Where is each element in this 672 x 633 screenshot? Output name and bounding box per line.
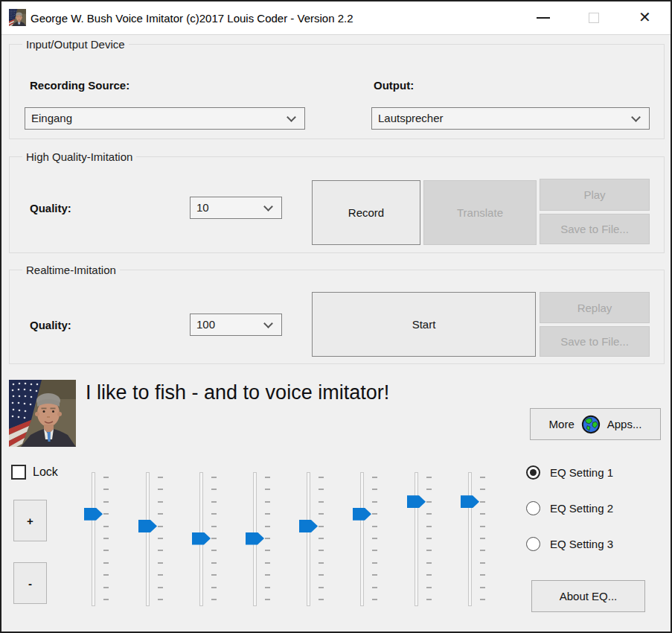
slider-tick	[211, 513, 217, 515]
slider-tick	[426, 599, 432, 600]
slider-tick	[319, 562, 324, 564]
translate-button: Translate	[423, 180, 537, 245]
eq-slider-6[interactable]	[352, 468, 386, 611]
recording-source-select[interactable]: Eingang	[25, 107, 305, 130]
slider-tick	[211, 550, 217, 551]
eq-slider-3[interactable]	[191, 468, 225, 611]
slider-tick	[103, 538, 109, 539]
eq-slider-7[interactable]	[406, 468, 441, 611]
slider-tick	[372, 513, 377, 515]
more-apps-label-after: Apps...	[607, 418, 642, 430]
slider-track[interactable]	[92, 472, 95, 606]
quality-select-hq[interactable]: 10	[190, 197, 282, 219]
slider-tick	[158, 550, 163, 551]
eq-slider-4[interactable]	[245, 468, 279, 611]
slider-tick	[372, 538, 377, 539]
slider-tick	[265, 501, 270, 503]
slider-tick	[211, 574, 217, 576]
eq-setting-radio-2[interactable]: EQ Setting 2	[526, 501, 613, 515]
record-button[interactable]: Record	[312, 180, 420, 245]
maximize-icon	[589, 13, 599, 23]
more-apps-button[interactable]: More Apps...	[530, 408, 661, 440]
slider-tick	[211, 599, 217, 600]
radio-selected-icon[interactable]	[526, 465, 540, 480]
quote-text: I like to fish - and to voice imitator!	[86, 381, 389, 404]
chevron-down-icon	[263, 319, 273, 328]
slider-tick	[265, 489, 270, 490]
slider-tick	[480, 599, 485, 600]
slider-tick	[480, 574, 485, 576]
lock-checkbox[interactable]	[11, 465, 26, 480]
slider-tick	[480, 538, 485, 539]
slider-tick	[158, 513, 163, 515]
chevron-down-icon	[263, 202, 273, 211]
slider-tick	[103, 513, 109, 515]
slider-track[interactable]	[468, 472, 472, 606]
radio-icon[interactable]	[526, 501, 540, 515]
eq-slider-1[interactable]	[83, 468, 118, 611]
slider-tick	[319, 550, 324, 551]
slider-tick	[372, 526, 377, 527]
slider-thumb[interactable]	[246, 532, 264, 545]
eq-slider-5[interactable]	[298, 468, 333, 611]
slider-tick	[372, 574, 377, 576]
slider-tick	[319, 587, 324, 588]
slider-tick	[103, 574, 109, 576]
slider-tick	[319, 501, 324, 503]
lock-checkbox-row[interactable]: Lock	[11, 465, 58, 480]
quality-value-rt: 100	[196, 318, 215, 331]
save-to-file-button-rt: Save to File...	[540, 326, 650, 357]
slider-thumb[interactable]	[353, 508, 371, 521]
slider-thumb[interactable]	[192, 532, 211, 545]
slider-tick	[480, 550, 485, 551]
minimize-icon	[537, 17, 550, 19]
slider-tick	[480, 562, 485, 564]
plus-button[interactable]: +	[13, 500, 47, 541]
about-eq-button[interactable]: About EQ...	[531, 580, 645, 612]
title-bar[interactable]: George W. Bush Voice Imitator (c)2017 Lo…	[1, 1, 671, 35]
eq-setting-radio-3[interactable]: EQ Setting 3	[526, 537, 613, 551]
output-select[interactable]: Lautsprecher	[371, 107, 650, 130]
slider-thumb[interactable]	[407, 495, 426, 508]
eq-slider-2[interactable]	[138, 468, 172, 611]
slider-tick	[211, 587, 217, 588]
eq-setting-label: EQ Setting 2	[550, 502, 613, 515]
slider-tick	[426, 489, 432, 490]
output-label: Output:	[374, 79, 414, 92]
eq-setting-radio-1[interactable]: EQ Setting 1	[526, 465, 613, 480]
slider-thumb[interactable]	[299, 520, 318, 532]
bush-photo	[9, 380, 76, 447]
minus-button[interactable]: -	[13, 562, 47, 604]
eq-slider-8[interactable]	[460, 468, 494, 611]
slider-tick	[265, 526, 270, 527]
slider-tick	[372, 587, 377, 588]
slider-thumb[interactable]	[138, 520, 157, 532]
quality-label-hq: Quality:	[30, 202, 71, 214]
slider-tick	[426, 513, 432, 515]
slider-thumb[interactable]	[84, 508, 103, 521]
quality-select-rt[interactable]: 100	[190, 314, 282, 336]
slider-track[interactable]	[360, 472, 364, 606]
slider-tick	[372, 550, 377, 551]
slider-tick	[480, 501, 485, 503]
slider-tick	[319, 513, 324, 515]
slider-tick	[103, 562, 109, 564]
radio-icon[interactable]	[526, 537, 540, 551]
slider-thumb[interactable]	[461, 495, 479, 508]
slider-tick	[103, 526, 109, 527]
slider-track[interactable]	[415, 472, 418, 606]
slider-tick	[103, 587, 109, 588]
slider-track[interactable]	[307, 472, 310, 606]
window-title: George W. Bush Voice Imitator (c)2017 Lo…	[31, 1, 353, 35]
start-button[interactable]: Start	[312, 292, 536, 357]
bush-app-icon	[9, 9, 26, 26]
slider-tick	[265, 587, 270, 588]
eq-setting-radios: EQ Setting 1EQ Setting 2EQ Setting 3	[526, 465, 613, 573]
save-to-file-button-hq: Save to File...	[540, 214, 650, 244]
slider-track[interactable]	[146, 472, 150, 606]
close-button[interactable]: ✕	[639, 8, 651, 26]
slider-tick	[319, 477, 324, 478]
app-window: George W. Bush Voice Imitator (c)2017 Lo…	[0, 0, 672, 633]
recording-source-label: Recording Source:	[30, 79, 129, 92]
more-apps-label-before: More	[549, 418, 575, 430]
